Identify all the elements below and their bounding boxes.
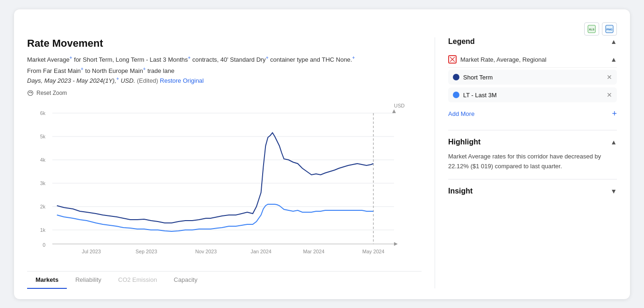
highlight-text: Market Average rates for this corridor h…: [448, 152, 617, 172]
svg-text:May 2024: May 2024: [362, 249, 384, 254]
svg-text:5k: 5k: [40, 134, 46, 139]
sidebar: Legend ▲ Market Rate, Average, Regional: [435, 37, 617, 288]
svg-text:Jan 2024: Jan 2024: [250, 249, 271, 254]
svg-marker-20: [392, 109, 396, 113]
lt-label: LT - Last 3M: [463, 92, 497, 99]
short-term-dot: [453, 74, 459, 80]
highlight-title: Highlight: [448, 138, 480, 146]
legend-item-left-0: Short Term: [453, 74, 493, 81]
short-term-remove-button[interactable]: ✕: [607, 73, 612, 81]
trade-lane: From Far East Main+ to North Europe Main…: [27, 66, 422, 74]
page-title: Rate Movement: [27, 37, 422, 50]
date-range: Days, May 2023 - May 2024(1Y),+ USD. (Ed…: [27, 76, 422, 84]
insight-header: Insight ▼: [448, 187, 617, 195]
tab-co2: CO2 Emission: [110, 272, 165, 289]
svg-text:2k: 2k: [40, 204, 46, 209]
export-xlsx-button[interactable]: XLS: [584, 22, 599, 36]
tab-markets[interactable]: Markets: [27, 272, 67, 289]
legend-category-row: Market Rate, Average, Regional ▲: [448, 51, 617, 68]
desc-tail: container type and THC None.: [270, 56, 352, 63]
legend-category-left: Market Rate, Average, Regional: [448, 55, 546, 64]
desc-contracts: contracts, 40' Standard Dry: [193, 56, 266, 63]
top-bar: XLS PNG: [27, 22, 617, 36]
svg-text:0: 0: [43, 242, 45, 248]
svg-text:6k: 6k: [40, 110, 46, 116]
svg-text:Nov 2023: Nov 2023: [195, 249, 217, 254]
reset-zoom-button[interactable]: Reset Zoom: [27, 90, 422, 96]
svg-text:Sep 2023: Sep 2023: [136, 249, 157, 254]
highlight-section: Highlight ▲ Market Average rates for thi…: [448, 138, 617, 179]
lt-remove-button[interactable]: ✕: [607, 91, 612, 99]
svg-text:Jul 2023: Jul 2023: [82, 249, 101, 254]
add-more-label: Add More: [448, 110, 474, 117]
tab-capacity[interactable]: Capacity: [165, 272, 206, 289]
svg-text:Mar 2024: Mar 2024: [303, 249, 325, 254]
legend-section: Legend ▲ Market Rate, Average, Regional: [448, 37, 617, 130]
export-png-button[interactable]: PNG: [602, 22, 617, 36]
highlight-header: Highlight ▲: [448, 138, 617, 146]
lt-dot: [453, 92, 459, 98]
svg-text:1k: 1k: [40, 227, 46, 233]
insight-section: Insight ▼: [448, 187, 617, 195]
legend-item-left-1: LT - Last 3M: [453, 92, 497, 99]
desc-market-avg: Market Average: [27, 56, 70, 63]
reset-zoom-label: Reset Zoom: [36, 90, 67, 96]
rate-chart: USD 6k 5k 4k 3k: [27, 99, 422, 267]
reset-zoom-icon: [27, 90, 34, 96]
legend-header: Legend ▲: [448, 37, 617, 46]
short-term-label: Short Term: [463, 74, 493, 81]
chart-container: USD 6k 5k 4k 3k: [27, 99, 422, 267]
insight-collapse-button[interactable]: ▼: [610, 187, 617, 195]
description-line1: Market Average+ for Short Term, Long Ter…: [27, 54, 422, 64]
restore-original-link[interactable]: Restore Original: [160, 77, 204, 84]
legend-category-collapse[interactable]: ▲: [610, 56, 617, 63]
svg-text:4k: 4k: [40, 157, 46, 163]
add-more-button[interactable]: Add More +: [448, 105, 617, 122]
plus-icon: +: [612, 109, 617, 119]
svg-text:USD: USD: [394, 103, 405, 108]
chart-tabs: Markets Reliability CO2 Emission Capacit…: [27, 271, 422, 288]
insight-title: Insight: [448, 187, 472, 195]
legend-title: Legend: [448, 37, 475, 46]
market-rate-icon: [448, 55, 457, 64]
tab-reliability[interactable]: Reliability: [67, 272, 110, 289]
desc-for: for Short Term, Long Term - Last 3 Month…: [74, 56, 188, 63]
highlight-collapse-button[interactable]: ▲: [610, 138, 617, 146]
chart-section: Rate Movement Market Average+ for Short …: [27, 37, 435, 288]
legend-item-short-term: Short Term ✕: [448, 70, 617, 85]
svg-text:PNG: PNG: [607, 28, 613, 31]
svg-marker-21: [394, 242, 398, 246]
svg-text:3k: 3k: [40, 180, 46, 186]
legend-collapse-button[interactable]: ▲: [610, 38, 617, 45]
legend-category-label: Market Rate, Average, Regional: [460, 56, 546, 63]
svg-point-4: [28, 91, 33, 96]
export-buttons: XLS PNG: [584, 22, 617, 36]
svg-text:XLS: XLS: [589, 28, 594, 31]
main-content: Rate Movement Market Average+ for Short …: [27, 37, 617, 288]
main-card: XLS PNG Rate Movement Market Average+ fo…: [14, 9, 630, 299]
legend-item-lt: LT - Last 3M ✕: [448, 87, 617, 102]
